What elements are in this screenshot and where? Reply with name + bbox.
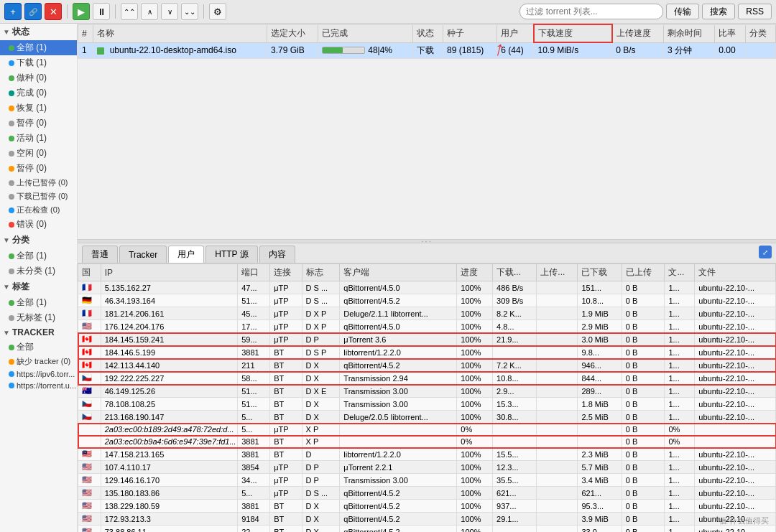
sidebar-item-upload-paused[interactable]: 上传已暂停 (0) bbox=[0, 176, 77, 190]
peers-col-ip[interactable]: IP bbox=[101, 264, 237, 281]
peers-table-row[interactable]: 🇨🇿192.222.225.22758...BTD XTransmission … bbox=[78, 372, 776, 385]
peers-col-flags[interactable]: 标志 bbox=[302, 264, 340, 281]
peers-cell: 🇨🇦 bbox=[78, 359, 101, 372]
sidebar-item-download[interactable]: 下载 (1) bbox=[0, 55, 77, 70]
pause-button[interactable]: ⏸ bbox=[93, 3, 110, 20]
sidebar-item-complete[interactable]: 完成 (0) bbox=[0, 85, 77, 101]
peers-col-total-ul[interactable]: 已上传 bbox=[622, 264, 665, 281]
peers-cell: D P bbox=[302, 461, 340, 474]
status-section-header[interactable]: ▼ 状态 bbox=[0, 24, 77, 40]
sidebar-item-active[interactable]: 活动 (1) bbox=[0, 131, 77, 146]
sidebar-item-all-status[interactable]: 全部 (1) bbox=[0, 40, 77, 55]
remove-torrent-button[interactable]: ✕ bbox=[45, 3, 62, 20]
peers-table-row[interactable]: 🇨🇿78.108.108.2551...BTD XTransmission 3.… bbox=[78, 398, 776, 411]
search-button[interactable]: 搜索 bbox=[702, 4, 735, 19]
peers-col-ul[interactable]: 上传... bbox=[537, 264, 578, 281]
sidebar-item-resume[interactable]: 恢复 (1) bbox=[0, 101, 77, 116]
col-status[interactable]: 状态 bbox=[412, 24, 443, 42]
peers-table-row[interactable]: 🇨🇦184.145.159.24159...μTPD PμTorrent 3.6… bbox=[78, 333, 776, 346]
peers-table-row[interactable]: 2a03:ec00:b9a4:6d6:e947:39e7:fd1...3881B… bbox=[78, 436, 776, 448]
peers-table-row[interactable]: 🇫🇷5.135.162.2747...μTPD S ...qBittorrent… bbox=[78, 281, 776, 294]
peers-table-row[interactable]: 🇺🇸129.146.16.17034...μTPD PTransmission … bbox=[78, 474, 776, 487]
tags-section-header[interactable]: ▼ 标签 bbox=[0, 279, 77, 295]
search-input[interactable] bbox=[519, 4, 663, 19]
peers-table-row[interactable]: 🇩🇪46.34.193.16451...μTPD S ...qBittorren… bbox=[78, 294, 776, 307]
sidebar-item-seed[interactable]: 做种 (0) bbox=[0, 70, 77, 85]
transfer-button[interactable]: 传输 bbox=[666, 4, 699, 19]
col-category[interactable]: 分类 bbox=[745, 24, 775, 42]
peers-table-row[interactable]: 🇺🇸107.4.110.173854μTPD PμTorrent 2.2.110… bbox=[78, 461, 776, 474]
peers-table-row[interactable]: 🇺🇸73.88.86.1122...BTD XqBittorrent/4.5.2… bbox=[78, 526, 776, 533]
col-dl-speed[interactable]: 下载速度 bbox=[534, 24, 612, 42]
tab-general[interactable]: 普通 bbox=[82, 246, 118, 263]
tab-content[interactable]: 内容 bbox=[259, 246, 295, 263]
sidebar-item-all-tags[interactable]: 全部 (1) bbox=[0, 295, 77, 310]
tab-http[interactable]: HTTP 源 bbox=[205, 246, 257, 263]
col-num[interactable]: # bbox=[78, 24, 93, 42]
category-section-header[interactable]: ▼ 分类 bbox=[0, 232, 77, 248]
sidebar-item-error[interactable]: 错误 (0) bbox=[0, 217, 77, 232]
col-name[interactable]: 名称 bbox=[93, 24, 267, 42]
add-torrent-button[interactable]: + bbox=[4, 3, 22, 20]
col-ul-speed[interactable]: 上传速度 bbox=[612, 24, 664, 42]
peers-cell: X P bbox=[302, 424, 340, 436]
col-eta[interactable]: 剩余时间 bbox=[664, 24, 715, 42]
peers-col-files-short[interactable]: 文... bbox=[665, 264, 695, 281]
peers-col-conn[interactable]: 连接 bbox=[270, 264, 302, 281]
sidebar-item-no-tags[interactable]: 无标签 (1) bbox=[0, 310, 77, 325]
peers-col-total-dl[interactable]: 已下载 bbox=[578, 264, 622, 281]
peers-col-progress[interactable]: 进度 bbox=[457, 264, 493, 281]
peers-cell: 22... bbox=[238, 526, 270, 533]
sidebar-item-missing-tracker[interactable]: 缺少 tracker (0) bbox=[0, 355, 77, 368]
peers-table-row[interactable]: 🇨🇦142.113.44.140211BTD XqBittorrent/4.5.… bbox=[78, 359, 776, 372]
peers-cell: μTP bbox=[270, 474, 302, 487]
add-link-button[interactable]: 🔗 bbox=[24, 3, 42, 20]
sidebar-item-paused2[interactable]: 暂停 (0) bbox=[0, 161, 77, 176]
peers-table-row[interactable]: 🇨🇦184.146.5.1993881BTD S Plibtorrent/1.2… bbox=[78, 346, 776, 359]
peers-cell: 0 B bbox=[622, 372, 665, 385]
sidebar-item-idle[interactable]: 空闲 (0) bbox=[0, 146, 77, 161]
peers-table-row[interactable]: 🇺🇸138.229.180.593881BTD XqBittorrent/4.5… bbox=[78, 500, 776, 513]
tab-peers[interactable]: 用户 bbox=[168, 246, 204, 263]
settings-button[interactable]: ⚙ bbox=[209, 3, 226, 20]
peers-area[interactable]: 国 IP 端口 连接 标志 客户端 进度 下载... 上传... 已下载 已上传… bbox=[78, 263, 776, 532]
sidebar-item-tracker-torrent[interactable]: https://torrent.u... bbox=[0, 380, 77, 391]
col-seeds[interactable]: 种子 bbox=[443, 24, 496, 42]
peers-table-row[interactable]: 🇲🇾147.158.213.1653881BTDlibtorrent/1.2.2… bbox=[78, 448, 776, 461]
sidebar-item-all-category[interactable]: 全部 (1) bbox=[0, 248, 77, 263]
start-button[interactable]: ▶ bbox=[73, 3, 90, 20]
peers-col-flag[interactable]: 国 bbox=[78, 264, 101, 281]
panel-action-button[interactable]: ⤢ bbox=[759, 246, 772, 258]
sidebar-item-download-paused[interactable]: 下载已暂停 (0) bbox=[0, 190, 77, 203]
sidebar-item-checking[interactable]: 正在检查 (0) bbox=[0, 203, 77, 217]
tab-tracker[interactable]: Tracker bbox=[119, 246, 167, 263]
col-completed[interactable]: 已完成 bbox=[318, 24, 412, 42]
queue-down-button[interactable]: ∨ bbox=[161, 3, 178, 20]
peers-cell: 184.145.159.241 bbox=[101, 333, 237, 346]
peers-table-row[interactable]: 🇫🇷181.214.206.16145...μTPD X PDeluge/2.1… bbox=[78, 307, 776, 320]
col-size[interactable]: 选定大小 bbox=[267, 24, 318, 42]
peers-table-row[interactable]: 🇨🇿213.168.190.1475...BTD XDeluge/2.0.5 l… bbox=[78, 411, 776, 424]
rss-button[interactable]: RSS bbox=[738, 4, 772, 19]
queue-up-button[interactable]: ∧ bbox=[141, 3, 158, 20]
queue-bottom-button[interactable]: ⌄⌄ bbox=[181, 3, 198, 20]
queue-top-button[interactable]: ⌃⌃ bbox=[121, 3, 138, 20]
peers-table-row[interactable]: 🇺🇸135.180.183.865...μTPD S ...qBittorren… bbox=[78, 487, 776, 500]
peers-col-files[interactable]: 文件 bbox=[695, 264, 776, 281]
col-ratio[interactable]: 比率 bbox=[715, 24, 745, 42]
peers-col-dl[interactable]: 下载... bbox=[493, 264, 537, 281]
torrent-row[interactable]: 1 ubuntu-22.10-desktop-amd64.iso 3.79 Gi… bbox=[78, 42, 776, 58]
sidebar-item-paused[interactable]: 暂停 (0) bbox=[0, 116, 77, 131]
torrent-table-wrapper[interactable]: # 名称 选定大小 已完成 状态 种子 用户 下载速度 上传速度 剩余时间 比率… bbox=[78, 24, 776, 239]
peers-col-client[interactable]: 客户端 bbox=[340, 264, 457, 281]
peers-table-row[interactable]: 🇺🇸176.124.204.17617...μTPD X PqBittorren… bbox=[78, 320, 776, 333]
peers-table-row[interactable]: 🇺🇸172.93.213.39184BTD XqBittorrent/4.5.2… bbox=[78, 513, 776, 526]
peers-col-port[interactable]: 端口 bbox=[238, 264, 270, 281]
peers-table-row[interactable]: 🇦🇺46.149.125.2651...BTD X ETransmission … bbox=[78, 385, 776, 398]
sidebar-item-tracker-ipv6[interactable]: https://ipv6.torr... bbox=[0, 368, 77, 380]
tracker-section-header[interactable]: ▼ TRACKER bbox=[0, 325, 77, 340]
sidebar-item-uncategorized[interactable]: 未分类 (1) bbox=[0, 263, 77, 279]
category-label: 分类 bbox=[12, 234, 29, 246]
sidebar-item-all-tracker[interactable]: 全部 bbox=[0, 340, 77, 355]
peers-table-row[interactable]: 2a03:ec00:b189:2d49:a478:72ed:d...5...μT… bbox=[78, 424, 776, 436]
